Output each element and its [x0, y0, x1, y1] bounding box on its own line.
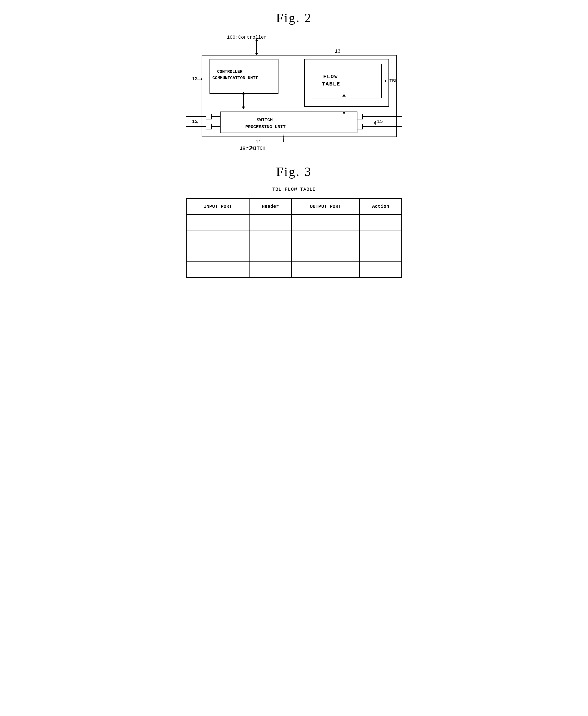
table-cell [186, 246, 249, 262]
table-cell [249, 246, 291, 262]
label-15-right: 15 [377, 119, 383, 124]
table-cell [249, 262, 291, 278]
label-13: 13 [335, 49, 341, 54]
table-cell [359, 214, 402, 230]
switch-proc-box [220, 112, 357, 133]
svg-marker-11 [342, 112, 345, 114]
fig2-svg: 100:Controller 13 12 TBL FLOW TABLE CONT… [186, 33, 402, 154]
port-square-right-top [357, 114, 362, 119]
table-cell [291, 262, 359, 278]
table-cell [291, 214, 359, 230]
table-cell [186, 214, 249, 230]
fig3-wrapper: INPUT PORT Header OUTPUT PORT Action [186, 198, 402, 278]
label-15-left: 15 [192, 119, 198, 124]
switch-bottom-label: 10:SWITCH [240, 146, 265, 151]
fig2-diagram: 100:Controller 13 12 TBL FLOW TABLE CONT… [186, 33, 402, 154]
svg-marker-6 [384, 80, 386, 82]
table-cell [186, 262, 249, 278]
comm-unit-text1: CONTROLLER [217, 69, 243, 74]
label-12: 12 [192, 76, 198, 82]
svg-marker-13 [342, 94, 345, 96]
table-header-row: INPUT PORT Header OUTPUT PORT Action [186, 199, 402, 214]
switch-proc-text1: SWITCH [257, 117, 273, 123]
port-square-left-bottom [206, 124, 211, 129]
table-cell [249, 230, 291, 246]
col-header: Header [249, 199, 291, 214]
port-square-left-top [206, 114, 211, 119]
flow-table-text: FLOW [323, 74, 338, 80]
table-row [186, 246, 402, 262]
table-cell [359, 246, 402, 262]
table-cell [249, 214, 291, 230]
table-cell [291, 246, 359, 262]
comm-unit-text2: COMMUNICATION UNIT [212, 76, 258, 81]
svg-marker-9 [242, 107, 245, 109]
svg-marker-15 [374, 121, 376, 125]
table-row [186, 214, 402, 230]
fig3-table-title: TBL:FLOW TABLE [272, 187, 316, 192]
col-input-port: INPUT PORT [186, 199, 249, 214]
switch-proc-text2: PROCESSING UNIT [245, 125, 286, 129]
flow-table-outer-box [304, 59, 389, 107]
table-cell [186, 230, 249, 246]
table-cell [359, 230, 402, 246]
table-row [186, 262, 402, 278]
table-row [186, 230, 402, 246]
fig2-title: Fig. 2 [276, 10, 312, 25]
port-square-right-bottom [357, 124, 362, 129]
fig3-title: Fig. 3 [276, 165, 312, 179]
col-output-port: OUTPUT PORT [291, 199, 359, 214]
table-cell [291, 230, 359, 246]
flow-table-text2: TABLE [322, 81, 340, 87]
switch-outer-box [202, 55, 397, 137]
table-cell [359, 262, 402, 278]
label-11: 11 [256, 139, 261, 145]
flow-table-grid: INPUT PORT Header OUTPUT PORT Action [186, 198, 402, 278]
col-action: Action [359, 199, 402, 214]
table-body [186, 214, 402, 278]
controller-label: 100:Controller [227, 35, 267, 40]
